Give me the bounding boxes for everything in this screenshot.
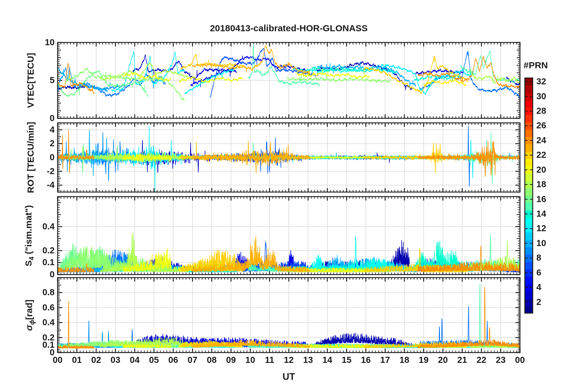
colorbar-tick-label: 10 [536, 238, 546, 248]
colorbar-tick-label: 32 [536, 76, 546, 86]
y-tick-label-vtec: 0 [19, 113, 55, 123]
y-tick-label-rot: 0 [19, 152, 55, 162]
colorbar-tick-label: 4 [536, 282, 541, 292]
y-tick-label-sigma: 0.4 [19, 317, 55, 327]
chart-canvas [0, 0, 577, 392]
y-tick-label-vtec: 5 [19, 75, 55, 85]
colorbar-tick-label: 12 [536, 223, 546, 233]
y-tick-label-rot: 4 [19, 125, 55, 135]
y-axis-label-s4: S4 ("ism.mat") [23, 205, 35, 266]
colorbar-tick-label: 14 [536, 209, 546, 219]
y-tick-label-rot: -4 [19, 180, 55, 190]
y-tick-label-sigma: 0.2 [19, 333, 55, 343]
y-tick-label-s4: 0.4 [19, 221, 55, 231]
y-tick-label-rot: 2 [19, 138, 55, 148]
y-tick-label-s4: 0.2 [19, 245, 55, 255]
colorbar-tick-label: 8 [536, 253, 541, 263]
x-axis-label: UT [282, 371, 295, 382]
y-tick-label-s4: 0.1 [19, 257, 55, 267]
colorbar-tick-label: 6 [536, 268, 541, 278]
colorbar-tick-label: 24 [536, 135, 546, 145]
y-tick-label-sigma: 0.8 [19, 287, 55, 297]
colorbar-title: #PRN [524, 60, 548, 70]
y-tick-label-sigma: 0.6 [19, 302, 55, 313]
colorbar-tick-label: 22 [536, 150, 546, 160]
colorbar-tick-label: 18 [536, 179, 546, 189]
x-tick-label: 00 [508, 355, 532, 365]
chart-title: 20180413-calibrated-HOR-GLONASS [210, 23, 368, 33]
y-tick-label-rot: -2 [19, 166, 55, 176]
colorbar-tick-label: 2 [536, 297, 541, 307]
colorbar-tick-label: 28 [536, 106, 546, 116]
y-tick-label-s4: 0 [19, 269, 55, 279]
colorbar-tick-label: 20 [536, 165, 546, 175]
colorbar-tick-label: 26 [536, 120, 546, 130]
colorbar-tick-label: 16 [536, 194, 546, 204]
colorbar-tick-label: 30 [536, 91, 546, 101]
glonass-scintillation-figure: 20180413-calibrated-HOR-GLONASS VTEC[TEC… [0, 0, 577, 392]
y-tick-label-vtec: 10 [19, 37, 55, 47]
